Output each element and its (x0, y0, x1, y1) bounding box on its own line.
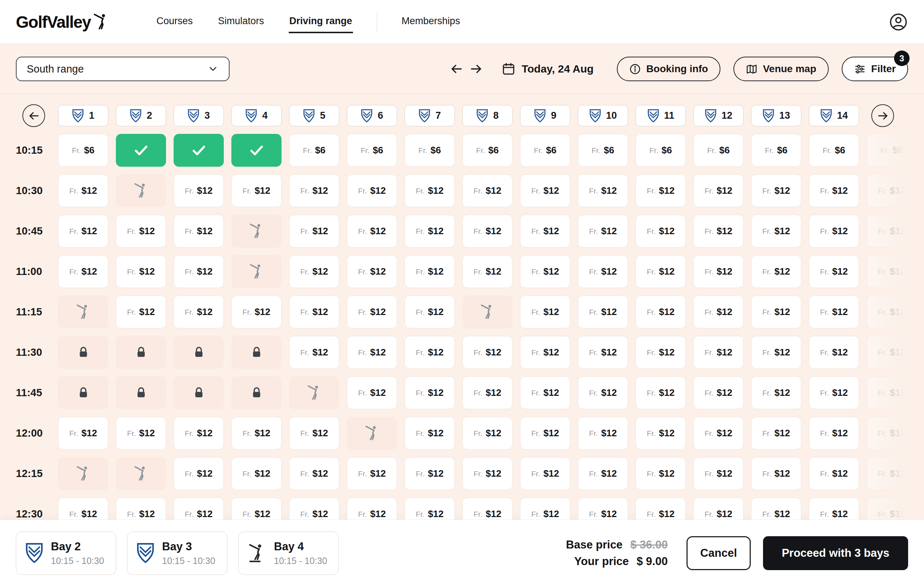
slot-available[interactable]: Fr.$12 (809, 376, 859, 409)
slot-available[interactable]: Fr.$12 (462, 336, 513, 369)
nav-item-courses[interactable]: Courses (155, 10, 193, 33)
slot-available[interactable]: Fr.$12 (520, 296, 570, 328)
slot-available[interactable]: Fr.$12 (289, 296, 339, 328)
slot-available[interactable]: Fr.$12 (578, 296, 628, 328)
slot-available[interactable]: Fr.$12 (404, 174, 455, 207)
selected-bay-card-4[interactable]: Bay 4 10:15 - 10:30 (238, 532, 338, 575)
slot-available[interactable]: Fr.$12 (635, 417, 686, 449)
slot-available[interactable]: Fr.$12 (231, 296, 282, 328)
slot-available[interactable]: Fr.$12 (404, 215, 455, 247)
bay-header-1[interactable]: 1 (58, 105, 108, 126)
slot-available[interactable]: Fr.$12 (693, 457, 744, 490)
slot-available[interactable]: Fr.$6 (751, 134, 801, 167)
slot-available[interactable]: Fr.$12 (347, 336, 397, 369)
bay-header-3[interactable]: 3 (173, 105, 224, 126)
slot-available[interactable]: Fr.$12 (578, 174, 628, 207)
nav-item-simulators[interactable]: Simulators (217, 10, 265, 33)
slot-available[interactable]: Fr.$12 (751, 296, 801, 328)
slot-available[interactable]: Fr.$12 (578, 457, 628, 490)
slot-available[interactable]: Fr.$12 (173, 457, 224, 490)
slot-available[interactable]: Fr.$12 (173, 497, 224, 520)
slot-available[interactable]: Fr.$12 (520, 215, 570, 247)
nav-item-driving-range[interactable]: Driving range (289, 10, 353, 33)
slot-available[interactable]: Fr.$6 (404, 134, 455, 167)
slot-available[interactable]: Fr.$12 (809, 296, 859, 328)
slot-available[interactable]: Fr.$12 (404, 457, 455, 490)
slot-available[interactable]: Fr.$6 (578, 134, 628, 167)
slot-available[interactable]: Fr.$12 (520, 174, 570, 207)
bay-header-5[interactable]: 5 (289, 105, 339, 126)
slot-available[interactable]: Fr.$12 (578, 215, 628, 247)
slot-available[interactable]: Fr.$6 (289, 134, 339, 167)
slot-available[interactable]: Fr.$12 (347, 255, 397, 288)
slot-available[interactable]: Fr.$12 (809, 457, 859, 490)
slot-available[interactable]: Fr.$6 (809, 134, 859, 167)
slot-available[interactable]: Fr.$12 (347, 457, 397, 490)
cancel-button[interactable]: Cancel (686, 536, 751, 570)
slot-available[interactable]: Fr.$12 (635, 255, 686, 288)
slot-available[interactable]: Fr.$12 (347, 376, 397, 409)
slot-selected[interactable] (231, 134, 282, 167)
date-display[interactable]: Today, 24 Aug (502, 62, 593, 76)
slot-available[interactable]: Fr.$12 (635, 296, 686, 328)
slot-available[interactable]: Fr.$12 (693, 336, 744, 369)
slot-available[interactable]: Fr.$12 (173, 215, 224, 247)
selected-bay-card-3[interactable]: Bay 3 10:15 - 10:30 (127, 532, 228, 575)
slot-available[interactable]: Fr.$12 (404, 255, 455, 288)
range-select[interactable]: South range (16, 57, 229, 81)
slot-available[interactable]: Fr.$12 (751, 376, 801, 409)
slot-available[interactable]: Fr.$12 (404, 376, 455, 409)
slot-available[interactable]: Fr.$12 (173, 417, 224, 449)
slot-available[interactable]: Fr.$6 (462, 134, 513, 167)
slot-available[interactable]: Fr.$12 (751, 457, 801, 490)
proceed-button[interactable]: Proceed with 3 bays (763, 536, 908, 570)
slot-available[interactable]: Fr.$12 (347, 174, 397, 207)
bay-header-9[interactable]: 9 (520, 105, 570, 126)
selected-bay-card-2[interactable]: Bay 2 10:15 - 10:30 (16, 532, 116, 575)
slot-available[interactable]: Fr.$12 (635, 215, 686, 247)
slot-available[interactable]: Fr.$12 (58, 255, 108, 288)
prev-day-button[interactable] (447, 59, 466, 79)
scroll-bays-left-button[interactable] (22, 104, 45, 127)
brand-logo[interactable]: GolfValley (16, 12, 110, 32)
slot-available[interactable]: Fr.$12 (347, 296, 397, 328)
slot-available[interactable]: Fr.$12 (347, 215, 397, 247)
slot-available[interactable]: Fr.$12 (693, 296, 744, 328)
slot-available[interactable]: Fr.$12 (693, 376, 744, 409)
slot-available[interactable]: Fr.$12 (809, 336, 859, 369)
slot-available[interactable]: Fr.$12 (289, 174, 339, 207)
nav-item-memberships[interactable]: Memberships (401, 10, 461, 33)
slot-available[interactable]: Fr.$12 (231, 174, 282, 207)
slot-available[interactable]: Fr.$12 (751, 215, 801, 247)
slot-available[interactable]: Fr.$12 (462, 457, 513, 490)
bay-header-10[interactable]: 10 (578, 105, 628, 126)
slot-available[interactable]: Fr.$12 (58, 497, 108, 520)
slot-available[interactable]: Fr.$12 (693, 255, 744, 288)
slot-available[interactable]: Fr.$12 (809, 174, 859, 207)
slot-available[interactable]: Fr.$12 (635, 174, 686, 207)
slot-available[interactable]: Fr.$12 (809, 497, 859, 520)
bay-header-12[interactable]: 12 (693, 105, 744, 126)
bay-header-6[interactable]: 6 (347, 105, 397, 126)
slot-available[interactable]: Fr.$12 (520, 336, 570, 369)
filter-button[interactable]: Filter 3 (842, 57, 908, 81)
slot-available[interactable]: Fr.$12 (116, 255, 166, 288)
scroll-bays-right-button[interactable] (871, 104, 894, 127)
account-icon[interactable] (889, 12, 908, 32)
slot-available[interactable]: Fr.$12 (231, 457, 282, 490)
slot-available[interactable]: Fr.$12 (693, 174, 744, 207)
slot-available[interactable]: Fr.$6 (635, 134, 686, 167)
slot-available[interactable]: Fr.$12 (693, 215, 744, 247)
slot-available[interactable]: Fr.$12 (404, 417, 455, 449)
slot-available[interactable]: Fr.$6 (347, 134, 397, 167)
bay-header-7[interactable]: 7 (404, 105, 455, 126)
slot-available[interactable]: Fr.$12 (116, 215, 166, 247)
slot-available[interactable]: Fr.$6 (58, 134, 108, 167)
slot-available[interactable]: Fr.$6 (520, 134, 570, 167)
slot-available[interactable]: Fr.$12 (289, 336, 339, 369)
slot-available[interactable]: Fr.$12 (635, 497, 686, 520)
slot-available[interactable]: Fr.$12 (520, 255, 570, 288)
slot-available[interactable]: Fr.$12 (635, 457, 686, 490)
slot-available[interactable]: Fr.$12 (462, 215, 513, 247)
slot-available[interactable]: Fr.$12 (173, 255, 224, 288)
